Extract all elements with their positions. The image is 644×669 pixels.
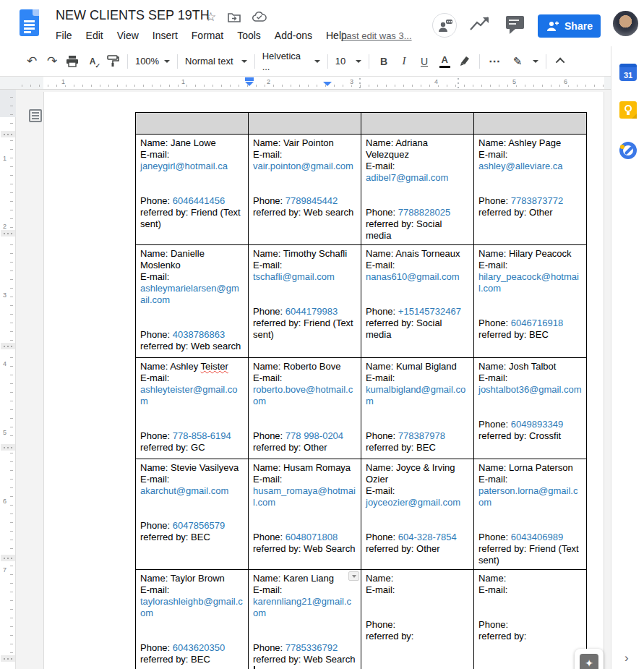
last-edit-link[interactable]: Last edit was 3... xyxy=(341,30,412,41)
move-to-folder-icon[interactable] xyxy=(228,12,241,23)
table-cell-r1c4[interactable]: Name: Ashley PageE-mail:ashley@alleviare… xyxy=(474,135,587,245)
collapse-toolbar-button[interactable] xyxy=(551,52,570,71)
email-link[interactable]: adibel7@gmail.com xyxy=(366,172,448,183)
menu-file[interactable]: File xyxy=(56,30,72,41)
phone-link[interactable]: +15145732467 xyxy=(398,306,461,317)
table-row-handle[interactable] xyxy=(1,555,15,561)
tasks-icon[interactable] xyxy=(619,142,637,159)
open-comments-button[interactable] xyxy=(505,14,526,35)
table-cell-r4c4[interactable]: Name: Lorna PatersonE-mail:paterson.lorn… xyxy=(474,459,587,570)
table-cell-r1c3[interactable]: Name: Adriana VelezquezE-mail:adibel7@gm… xyxy=(361,135,474,245)
print-button[interactable] xyxy=(63,52,82,71)
cloud-saved-icon[interactable] xyxy=(252,12,267,22)
table-cell-r3c1[interactable]: Name: Ashley TeisterE-mail:ashleyteister… xyxy=(136,358,249,459)
table-cell-r4c1[interactable]: Name: Stevie VasilyevaE-mail:akarchut@gm… xyxy=(136,459,249,570)
keep-icon[interactable] xyxy=(619,101,637,119)
table-cell-r5c4[interactable]: Name:E-mail:Phone:referred by: xyxy=(474,570,587,669)
table-cell-r5c2[interactable]: Name: Karen LiangE-mail:karennliang21@gm… xyxy=(249,570,361,669)
presence-button[interactable] xyxy=(432,13,457,38)
table-cell-r2c1[interactable]: Name: Danielle MoslenkoE-mail:ashleymari… xyxy=(136,245,249,358)
highlight-color-button[interactable] xyxy=(455,52,474,71)
zoom-select[interactable]: 100% xyxy=(132,56,173,67)
font-family-select[interactable]: Helvetica ... xyxy=(259,51,323,72)
phone-link[interactable]: 6046441456 xyxy=(173,195,225,206)
phone-link[interactable]: 6043406989 xyxy=(511,532,563,542)
table-row-handle[interactable] xyxy=(1,131,15,137)
table-cell-r1c2[interactable]: Name: Vair PointonE-mail:vair.pointon@gm… xyxy=(249,135,361,245)
bold-button[interactable]: B xyxy=(374,52,393,71)
email-link[interactable]: vair.pointon@gmail.com xyxy=(253,161,353,171)
table-row-handle[interactable] xyxy=(1,444,15,451)
undo-button[interactable] xyxy=(22,52,41,71)
table-cell-r3c3[interactable]: Name: Kumal BiglandE-mail:kumalbigland@g… xyxy=(361,358,474,459)
table-cell-r4c3[interactable]: Name: Joyce & Irving OzierE-mail:joyceoz… xyxy=(361,459,474,570)
spellcheck-button[interactable] xyxy=(83,52,102,71)
table-cell-r5c3[interactable]: Name:E-mail:Phone:referred by: xyxy=(361,570,474,669)
phone-link[interactable]: 4038786863 xyxy=(173,329,225,340)
phone-link[interactable]: 6047856579 xyxy=(173,520,225,531)
phone-link[interactable]: 604-328-7854 xyxy=(398,532,457,542)
underline-button[interactable]: U xyxy=(415,52,434,71)
phone-link[interactable]: 778387978 xyxy=(398,430,445,441)
email-link[interactable]: paterson.lorna@gmail.com xyxy=(478,485,578,508)
email-link[interactable]: joyceozier@gmail.com xyxy=(366,497,460,508)
phone-link[interactable]: 6049893349 xyxy=(511,419,563,430)
table-cell-r4c2[interactable]: Name: Husam RomayaE-mail:husam_romaya@ho… xyxy=(249,459,361,570)
table-row-handle[interactable] xyxy=(1,230,15,237)
italic-button[interactable]: I xyxy=(395,52,413,71)
email-link[interactable]: nanas610@gmail.com xyxy=(366,271,460,282)
menu-edit[interactable]: Edit xyxy=(86,30,103,41)
phone-link[interactable]: 7783873772 xyxy=(511,195,563,206)
table-header-cell[interactable] xyxy=(136,113,249,135)
user-avatar[interactable] xyxy=(613,11,638,36)
redo-button[interactable] xyxy=(43,52,61,71)
phone-link[interactable]: 6043620350 xyxy=(173,642,225,653)
cell-dropdown-button[interactable] xyxy=(348,571,359,581)
table-cell-r5c1[interactable]: Name: Taylor BrownE-mail:taylorashleighb… xyxy=(136,570,249,669)
paragraph-style-select[interactable]: Normal text xyxy=(182,56,250,67)
phone-link[interactable]: 6046716918 xyxy=(511,318,563,328)
document-page[interactable]: Name: Jane LoweE-mail:janeygirl@hotmail.… xyxy=(43,92,604,669)
more-options-button[interactable] xyxy=(485,52,504,71)
table-header-cell[interactable] xyxy=(361,113,474,135)
email-link[interactable]: husam_romaya@hotmail.com xyxy=(253,485,356,508)
explore-button[interactable] xyxy=(575,649,604,669)
phone-link[interactable]: 778-858-6194 xyxy=(173,430,231,441)
email-link[interactable]: joshtalbot36@gmail.com xyxy=(478,384,582,395)
phone-link[interactable]: 7788828025 xyxy=(398,207,450,218)
show-outline-button[interactable] xyxy=(29,109,42,122)
hide-side-panel-chevron-icon[interactable] xyxy=(624,651,629,665)
menu-tools[interactable]: Tools xyxy=(237,30,261,41)
email-link[interactable]: ashley@alleviare.ca xyxy=(478,161,563,171)
email-link[interactable]: tschafli@gmail.com xyxy=(253,271,335,282)
menu-view[interactable]: View xyxy=(117,30,139,41)
paint-format-button[interactable] xyxy=(103,52,122,71)
phone-link[interactable]: 6044179983 xyxy=(285,306,338,317)
share-button[interactable]: Share xyxy=(538,14,601,38)
email-link[interactable]: roberto.bove@hotmail.com xyxy=(253,384,353,406)
table-cell-r2c3[interactable]: Name: Anais TorneauxE-mail:nanas610@gmai… xyxy=(361,245,474,358)
table-column-handle[interactable] xyxy=(458,78,460,88)
table-column-handle[interactable] xyxy=(359,78,361,88)
table-row-handle[interactable] xyxy=(1,343,15,349)
calendar-icon[interactable]: 31 xyxy=(619,64,637,81)
email-link[interactable]: hilary_peacock@hotmail.com xyxy=(478,271,579,294)
menu-format[interactable]: Format xyxy=(192,30,223,41)
table-cell-r1c1[interactable]: Name: Jane LoweE-mail:janeygirl@hotmail.… xyxy=(136,135,249,245)
star-icon[interactable]: ☆ xyxy=(205,11,216,23)
phone-link[interactable]: 7785336792 xyxy=(285,642,338,653)
email-link[interactable]: janeygirl@hotmail.ca xyxy=(140,161,228,171)
document-title[interactable]: NEW CLIENTS SEP 19TH xyxy=(56,8,210,23)
table-cell-r3c4[interactable]: Name: Josh TalbotE-mail:joshtalbot36@gma… xyxy=(474,358,587,459)
email-link[interactable]: ashleymarielarsen@gmail.com xyxy=(140,283,239,305)
email-link[interactable]: akarchut@gmail.com xyxy=(140,485,228,496)
table-header-cell[interactable] xyxy=(474,113,587,135)
insights-button[interactable] xyxy=(468,16,491,33)
docs-logo-icon[interactable] xyxy=(20,9,39,36)
menu-insert[interactable]: Insert xyxy=(153,30,178,41)
text-color-button[interactable]: A xyxy=(435,52,454,71)
editing-mode-select[interactable] xyxy=(505,52,541,71)
phone-link[interactable]: 7789845442 xyxy=(285,195,338,206)
email-link[interactable]: ashleyteister@gmail.com xyxy=(140,384,238,406)
table-cell-r3c2[interactable]: Name: Roberto BoveE-mail:roberto.bove@ho… xyxy=(249,358,361,459)
